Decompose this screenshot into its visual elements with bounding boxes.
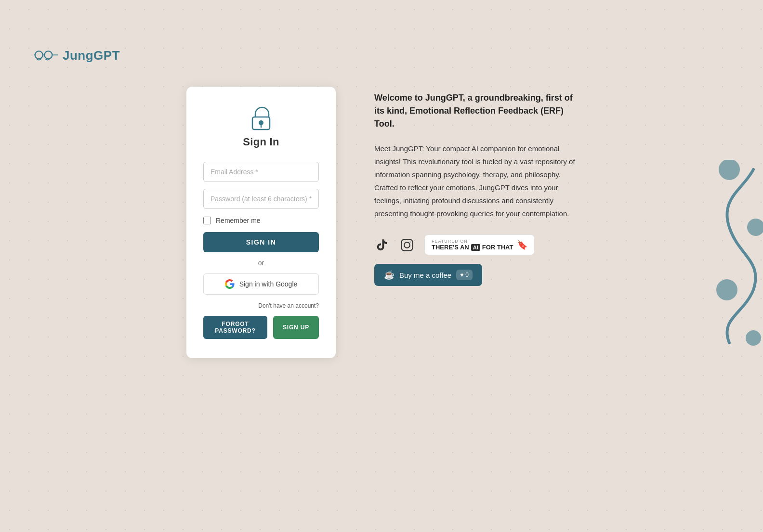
main-content: Sign In Remember me SIGN IN or Sign in w… — [0, 87, 763, 358]
social-row: FEATURED ON THERE'S AN AI FOR THAT 🔖 — [374, 234, 577, 255]
remember-checkbox[interactable] — [203, 217, 211, 224]
featured-badge-content: FEATURED ON THERE'S AN AI FOR THAT — [432, 239, 513, 251]
tiktok-icon[interactable] — [374, 237, 390, 253]
logo-icon — [34, 51, 58, 61]
card-title: Sign In — [243, 136, 279, 148]
logo-area: JungGPT — [34, 48, 120, 63]
card-header: Sign In — [203, 106, 319, 148]
buy-coffee-button[interactable]: ☕ Buy me a coffee ♥ 0 — [374, 264, 482, 286]
featured-label: FEATURED ON — [432, 239, 513, 244]
svg-point-10 — [409, 241, 410, 242]
app-name: JungGPT — [63, 48, 120, 63]
featured-ai-badge: AI — [471, 244, 480, 251]
google-button-label: Sign in with Google — [239, 280, 298, 288]
signin-button[interactable]: SIGN IN — [203, 232, 319, 252]
welcome-heading: Welcome to JungGPT, a groundbreaking, fi… — [374, 91, 577, 130]
svg-point-1 — [44, 51, 52, 59]
email-input[interactable] — [203, 162, 319, 182]
featured-text-main: THERE'S AN — [432, 244, 469, 251]
featured-text-rest: FOR THAT — [482, 244, 513, 251]
forgot-password-button[interactable]: FORGOT PASSWORD? — [203, 316, 267, 339]
coffee-count: 0 — [465, 272, 469, 278]
heart-icon: ♥ — [460, 272, 463, 278]
signin-card: Sign In Remember me SIGN IN or Sign in w… — [186, 87, 336, 358]
password-group — [203, 189, 319, 209]
signup-button[interactable]: SIGN UP — [273, 316, 319, 339]
svg-rect-8 — [401, 239, 412, 250]
google-logo-icon — [225, 279, 235, 289]
svg-point-9 — [404, 242, 410, 248]
info-panel: Welcome to JungGPT, a groundbreaking, fi… — [374, 87, 577, 286]
featured-badge[interactable]: FEATURED ON THERE'S AN AI FOR THAT 🔖 — [424, 234, 535, 255]
email-group — [203, 162, 319, 182]
bottom-buttons: FORGOT PASSWORD? SIGN UP — [203, 316, 319, 339]
or-divider: or — [203, 259, 319, 267]
coffee-heart-count: ♥ 0 — [456, 270, 473, 280]
bookmark-icon: 🔖 — [517, 240, 527, 250]
remember-label: Remember me — [216, 217, 261, 224]
password-input[interactable] — [203, 189, 319, 209]
coffee-cup-icon: ☕ — [384, 270, 395, 280]
instagram-icon[interactable] — [399, 237, 415, 253]
buy-coffee-label: Buy me a coffee — [399, 271, 451, 279]
google-signin-button[interactable]: Sign in with Google — [203, 273, 319, 295]
lock-icon — [249, 106, 274, 131]
remember-row: Remember me — [203, 217, 319, 224]
welcome-body: Meet JungGPT: Your compact AI companion … — [374, 142, 577, 220]
no-account-text: Don't have an account? — [203, 302, 319, 309]
svg-point-0 — [35, 51, 43, 59]
